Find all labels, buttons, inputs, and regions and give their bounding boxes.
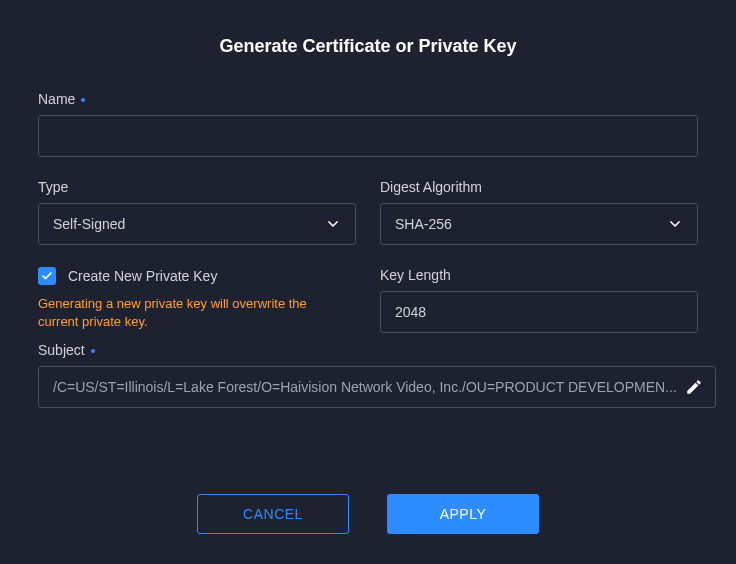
name-label: Name: [38, 91, 698, 107]
keylength-label: Key Length: [380, 267, 698, 283]
type-label: Type: [38, 179, 356, 195]
chevron-down-icon: [325, 216, 341, 232]
create-key-label: Create New Private Key: [68, 268, 217, 284]
create-key-checkbox[interactable]: [38, 267, 56, 285]
key-row: Create New Private Key Generating a new …: [38, 267, 698, 336]
subject-label: Subject: [38, 342, 716, 358]
create-key-checkbox-row: Create New Private Key: [38, 267, 356, 285]
cancel-button[interactable]: CANCEL: [197, 494, 349, 534]
dialog-container: Generate Certificate or Private Key Name…: [0, 0, 736, 534]
name-label-text: Name: [38, 91, 75, 107]
type-select-value: Self-Signed: [53, 216, 125, 232]
digest-select[interactable]: SHA-256: [380, 203, 698, 245]
apply-button[interactable]: APPLY: [387, 494, 539, 534]
subject-row: Subject /C=US/ST=Illinois/L=Lake Forest/…: [38, 342, 698, 408]
digest-select-value: SHA-256: [395, 216, 452, 232]
type-select[interactable]: Self-Signed: [38, 203, 356, 245]
button-row: CANCEL APPLY: [38, 494, 698, 534]
subject-label-text: Subject: [38, 342, 85, 358]
type-digest-row: Type Self-Signed Digest Algorithm SHA-25…: [38, 179, 698, 245]
digest-label: Digest Algorithm: [380, 179, 698, 195]
required-indicator-icon: [81, 98, 85, 102]
dialog-title: Generate Certificate or Private Key: [38, 36, 698, 57]
create-key-warning: Generating a new private key will overwr…: [38, 295, 338, 330]
name-input[interactable]: [38, 115, 698, 157]
name-row: Name: [38, 91, 698, 157]
keylength-input[interactable]: [380, 291, 698, 333]
subject-value: /C=US/ST=Illinois/L=Lake Forest/O=Haivis…: [53, 379, 677, 395]
chevron-down-icon: [667, 216, 683, 232]
subject-field: /C=US/ST=Illinois/L=Lake Forest/O=Haivis…: [38, 366, 716, 408]
edit-icon[interactable]: [685, 378, 703, 396]
required-indicator-icon: [91, 349, 95, 353]
